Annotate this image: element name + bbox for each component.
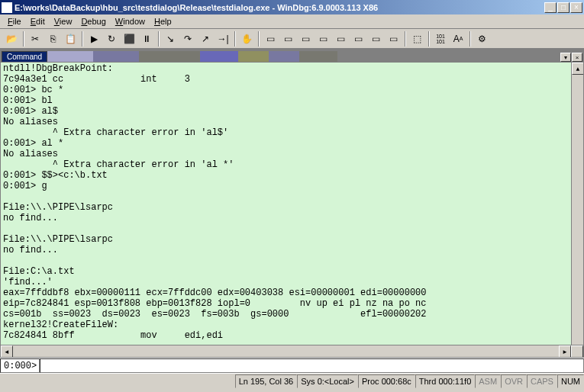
input-prompt: 0:000> (0, 358, 40, 373)
close-button[interactable]: × (570, 2, 582, 13)
font-icon[interactable]: AA (450, 31, 466, 47)
command-input[interactable] (40, 358, 584, 373)
console: ntdll!DbgBreakPoint: 7c94a3e1 cc int 3 0… (0, 62, 584, 358)
locals-window-icon[interactable]: ▭ (297, 31, 314, 47)
scroll-right-icon[interactable]: ► (559, 345, 571, 358)
statusbar: Ln 195, Col 36 Sys 0:<Local> Proc 000:68… (0, 373, 584, 388)
titlebar: E:\works\DataBackup\hbu_src\testdialog\R… (0, 0, 584, 14)
watch-window-icon[interactable]: ▭ (279, 31, 296, 47)
restart-icon[interactable]: ↻ (103, 31, 120, 47)
cut-icon[interactable]: ✂ (27, 31, 44, 47)
binary101-icon[interactable]: 101101 (432, 31, 449, 47)
run-to-cursor-icon[interactable]: →| (215, 31, 231, 47)
status-caps: CAPS (527, 374, 557, 388)
tabbar: Command ▾ × (0, 49, 584, 62)
callstack-window-icon[interactable]: ▭ (350, 31, 366, 47)
tab-close-icon[interactable]: × (572, 53, 582, 62)
window-title: E:\works\DataBackup\hbu_src\testdialog\R… (15, 3, 544, 12)
scrollbar-horizontal[interactable]: ◄ ► (1, 345, 583, 357)
window-controls: _ □ × (544, 2, 582, 13)
menu-help[interactable]: Help (150, 15, 176, 27)
command-window-icon[interactable]: ▭ (262, 31, 279, 47)
menu-file[interactable]: File (3, 15, 26, 27)
scroll-up-icon[interactable]: ▲ (572, 63, 584, 75)
status-proc: Proc 000:68c (358, 374, 415, 388)
status-thrd: Thrd 000:11f0 (415, 374, 476, 388)
step-over-icon[interactable]: ↷ (179, 31, 196, 47)
tab-dropdown-icon[interactable]: ▾ (560, 53, 571, 62)
menu-edit[interactable]: Edit (26, 15, 50, 27)
go-icon[interactable]: ▶ (86, 31, 102, 47)
toolbar: 📂 ✂ ⎘ 📋 ▶ ↻ ⬛ ⏸ ↘ ↷ ↗ →| ✋ ▭ ▭ ▭ ▭ ▭ ▭ ▭… (0, 29, 584, 49)
scratch-window-icon[interactable]: ▭ (385, 31, 402, 47)
tab-command[interactable]: Command (2, 51, 47, 62)
scroll-corner (571, 345, 583, 358)
menubar: File Edit View Debug Window Help (0, 14, 584, 29)
input-bar: 0:000> (0, 358, 584, 373)
maximize-button[interactable]: □ (557, 2, 569, 13)
options-icon[interactable]: ⚙ (473, 31, 490, 47)
step-into-icon[interactable]: ↘ (162, 31, 179, 47)
menu-debug[interactable]: Debug (76, 15, 110, 27)
scrollbar-vertical[interactable]: ▲ (571, 63, 583, 345)
app-icon (2, 2, 12, 13)
source-mode-icon[interactable]: ⬚ (408, 31, 425, 47)
paste-icon[interactable]: 📋 (62, 31, 79, 47)
stop-icon[interactable]: ⬛ (121, 31, 137, 47)
menu-view[interactable]: View (50, 15, 77, 27)
status-ln-col: Ln 195, Col 36 (235, 374, 298, 388)
menu-window[interactable]: Window (111, 15, 150, 27)
status-sys: Sys 0:<Local> (297, 374, 358, 388)
console-output: ntdll!DbgBreakPoint: 7c94a3e1 cc int 3 0… (1, 63, 583, 342)
breakpoint-icon[interactable]: ✋ (238, 31, 255, 47)
step-out-icon[interactable]: ↗ (197, 31, 214, 47)
open-icon[interactable]: 📂 (3, 31, 20, 47)
status-num: NUM (557, 374, 584, 388)
copy-icon[interactable]: ⎘ (44, 31, 61, 47)
status-asm: ASM (475, 374, 501, 388)
disasm-window-icon[interactable]: ▭ (367, 31, 384, 47)
memory-window-icon[interactable]: ▭ (332, 31, 349, 47)
status-ovr: OVR (501, 374, 527, 388)
break-icon[interactable]: ⏸ (138, 31, 155, 47)
minimize-button[interactable]: _ (544, 2, 557, 13)
registers-window-icon[interactable]: ▭ (315, 31, 331, 47)
scroll-left-icon[interactable]: ◄ (1, 345, 13, 358)
